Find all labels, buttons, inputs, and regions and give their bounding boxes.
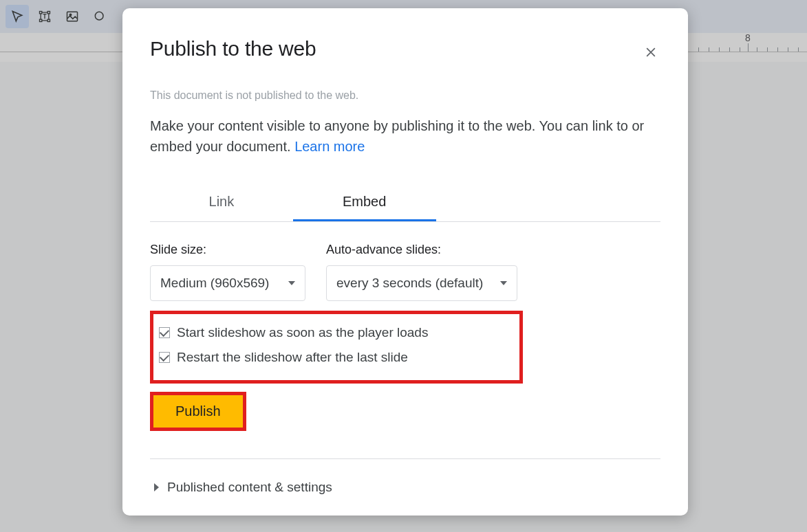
playback-options-highlight: Start slideshow as soon as the player lo… bbox=[150, 311, 523, 384]
chevron-down-icon bbox=[500, 281, 507, 285]
chevron-right-icon bbox=[154, 483, 159, 491]
auto-advance-select[interactable]: every 3 seconds (default) bbox=[326, 265, 517, 301]
dialog-description: Make your content visible to anyone by p… bbox=[150, 115, 660, 157]
close-icon[interactable] bbox=[641, 43, 660, 62]
publish-status-note: This document is not published to the we… bbox=[150, 89, 660, 102]
checkbox-restart-row[interactable]: Restart the slideshow after the last sli… bbox=[159, 350, 511, 365]
learn-more-link[interactable]: Learn more bbox=[294, 139, 365, 154]
chevron-down-icon bbox=[288, 281, 295, 285]
publish-dialog: Publish to the web This document is not … bbox=[122, 8, 688, 516]
dialog-desc-text: Make your content visible to anyone by p… bbox=[150, 118, 644, 154]
checkbox-autostart-row[interactable]: Start slideshow as soon as the player lo… bbox=[159, 325, 511, 340]
publish-button[interactable]: Publish bbox=[153, 395, 243, 428]
auto-advance-label: Auto-advance slides: bbox=[326, 243, 517, 257]
checkbox-autostart[interactable] bbox=[159, 327, 170, 338]
tab-link[interactable]: Link bbox=[150, 187, 293, 221]
checkbox-autostart-label: Start slideshow as soon as the player lo… bbox=[177, 325, 428, 340]
slide-size-value: Medium (960x569) bbox=[160, 276, 269, 291]
auto-advance-value: every 3 seconds (default) bbox=[336, 276, 483, 291]
tab-embed[interactable]: Embed bbox=[293, 187, 436, 221]
checkbox-restart[interactable] bbox=[159, 352, 170, 363]
divider bbox=[150, 458, 660, 459]
expander-label: Published content & settings bbox=[167, 480, 332, 495]
dialog-title: Publish to the web bbox=[150, 37, 660, 60]
tabs: Link Embed bbox=[150, 187, 660, 222]
slide-size-select[interactable]: Medium (960x569) bbox=[150, 265, 305, 301]
checkbox-restart-label: Restart the slideshow after the last sli… bbox=[177, 350, 408, 365]
slide-size-label: Slide size: bbox=[150, 243, 305, 257]
publish-button-highlight: Publish bbox=[150, 392, 246, 431]
published-settings-expander[interactable]: Published content & settings bbox=[150, 480, 660, 495]
